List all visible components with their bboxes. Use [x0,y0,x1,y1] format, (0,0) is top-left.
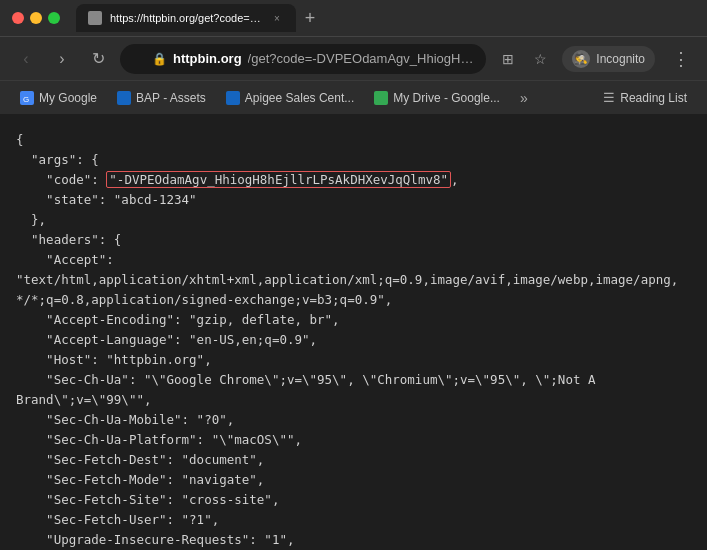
incognito-label: Incognito [596,52,645,66]
code-value-highlight: "-DVPEOdamAgv_HhiogH8hEjllrLPsAkDHXevJqQ… [106,171,451,188]
active-tab[interactable]: https://httpbin.org/get?code=-... × [76,4,296,32]
new-tab-button[interactable]: + [296,4,324,32]
extension-icon[interactable]: ⊞ [494,45,522,73]
svg-text:G: G [23,95,29,103]
apigee-sales-icon [226,91,240,105]
incognito-icon: 🕵 [572,50,590,68]
bookmark-apigee-sales[interactable]: Apigee Sales Cent... [218,87,362,109]
page-content: { "args": { "code": "-DVPEOdamAgv_HhiogH… [0,114,707,550]
reload-button[interactable]: ↻ [84,45,112,73]
apigee-sales-label: Apigee Sales Cent... [245,91,354,105]
tab-favicon [88,11,102,25]
my-google-label: My Google [39,91,97,105]
back-button[interactable]: ‹ [12,45,40,73]
maximize-button[interactable] [48,12,60,24]
security-icon: 🔒 [152,52,167,66]
url-input[interactable]: 🔒 httpbin.org /get?code=-DVPEOdamAgv_Hhi… [120,44,486,74]
bap-assets-label: BAP - Assets [136,91,206,105]
minimize-button[interactable] [30,12,42,24]
url-path: /get?code=-DVPEOdamAgv_HhiogH8hE... [248,51,475,66]
tab-bar: https://httpbin.org/get?code=-... × + [76,4,695,32]
title-bar: https://httpbin.org/get?code=-... × + [0,0,707,36]
svg-point-0 [91,14,99,22]
reading-list-icon: ☰ [603,90,615,105]
close-button[interactable] [12,12,24,24]
bookmarks-bar: G My Google BAP - Assets Apigee Sales Ce… [0,80,707,114]
json-content: { "args": { "code": "-DVPEOdamAgv_HhiogH… [16,130,691,550]
incognito-indicator: 🕵 Incognito [562,46,655,72]
forward-button[interactable]: › [48,45,76,73]
traffic-lights [12,12,60,24]
tab-title: https://httpbin.org/get?code=-... [110,12,262,24]
my-drive-icon [374,91,388,105]
reading-list-label: Reading List [620,91,687,105]
browser-menu-button[interactable]: ⋮ [667,45,695,73]
url-domain: httpbin.org [173,51,242,66]
bookmark-star-icon[interactable]: ☆ [526,45,554,73]
bap-assets-icon [117,91,131,105]
address-bar: ‹ › ↻ 🔒 httpbin.org /get?code=-DVPEOdamA… [0,36,707,80]
bookmark-my-google[interactable]: G My Google [12,87,105,109]
bookmarks-overflow-button[interactable]: » [512,86,536,110]
reading-list-button[interactable]: ☰ Reading List [595,86,695,109]
tab-close-button[interactable]: × [270,11,284,25]
my-drive-label: My Drive - Google... [393,91,500,105]
address-actions: ⊞ ☆ [494,45,554,73]
bookmark-my-drive[interactable]: My Drive - Google... [366,87,508,109]
my-google-icon: G [20,91,34,105]
bookmark-bap-assets[interactable]: BAP - Assets [109,87,214,109]
